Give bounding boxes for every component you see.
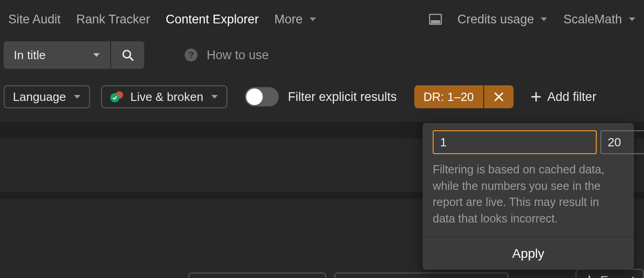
toggle-knob [246, 89, 263, 105]
dr-filter-note: Filtering is based on cached data, while… [423, 154, 634, 227]
nav-rank-tracker[interactable]: Rank Tracker [76, 12, 150, 27]
top-nav-right: Credits usage ScaleMath [429, 12, 636, 27]
nav-site-audit[interactable]: Site Audit [8, 12, 61, 27]
apply-button[interactable]: Apply [423, 237, 634, 270]
close-icon [494, 92, 504, 102]
add-filter-label: Add filter [548, 90, 597, 104]
search-mode-select[interactable]: In title [4, 41, 110, 69]
download-icon [585, 275, 594, 278]
dr-filter-popover: Filtering is based on cached data, while… [423, 123, 634, 270]
sort-select[interactable]: Sort by: Relevance [188, 272, 326, 278]
dr-from-input[interactable] [433, 130, 597, 154]
nav-content-explorer[interactable]: Content Explorer [166, 12, 259, 27]
chevron-down-icon [93, 52, 100, 58]
plus-icon [531, 92, 541, 102]
search-mode-label: In title [14, 48, 45, 62]
search-button[interactable] [111, 41, 144, 69]
chevron-down-icon [309, 17, 316, 22]
top-nav: Site Audit Rank Tracker Content Explorer… [0, 0, 644, 39]
nav-workspace[interactable]: ScaleMath [563, 12, 636, 27]
search-icon [122, 49, 134, 61]
status-icon [110, 91, 123, 102]
nav-credits-usage[interactable]: Credits usage [458, 12, 548, 27]
status-filter[interactable]: Live & broken [101, 85, 227, 108]
nav-credits-label: Credits usage [458, 12, 534, 27]
explicit-results-toggle[interactable] [245, 87, 279, 106]
dr-filter-label: DR: 1–20 [414, 85, 484, 108]
how-to-use-label: How to use [207, 48, 269, 62]
chevron-down-icon [73, 94, 81, 100]
language-filter-label: Language [13, 90, 66, 104]
search-mode-group: In title [4, 41, 144, 69]
nav-workspace-label: ScaleMath [563, 12, 622, 27]
svg-rect-1 [431, 20, 440, 23]
chevron-down-icon [211, 94, 218, 100]
screen-icon[interactable] [429, 14, 442, 25]
status-filter-label: Live & broken [130, 90, 203, 104]
trends-select[interactable]: Trends: Last 6 months [334, 272, 508, 278]
help-icon: ? [185, 49, 198, 61]
export-button[interactable]: Export [576, 269, 644, 278]
dr-range-inputs [423, 130, 634, 154]
explicit-results-label: Filter explicit results [288, 90, 397, 104]
export-label: Export [600, 273, 635, 278]
dr-to-input[interactable] [600, 130, 644, 154]
filters-row: Language Live & broken Filter explicit r… [0, 72, 644, 122]
language-filter[interactable]: Language [4, 85, 90, 108]
dr-filter-chip[interactable]: DR: 1–20 [414, 85, 514, 108]
add-filter[interactable]: Add filter [531, 90, 597, 104]
chevron-down-icon [540, 17, 548, 22]
dr-filter-remove[interactable] [484, 85, 514, 108]
how-to-use[interactable]: ? How to use [185, 48, 269, 62]
nav-more-label: More [274, 12, 303, 27]
chevron-down-icon [628, 17, 636, 22]
svg-line-3 [130, 57, 133, 60]
search-row: In title ? How to use [0, 39, 644, 72]
nav-more[interactable]: More [274, 12, 316, 27]
